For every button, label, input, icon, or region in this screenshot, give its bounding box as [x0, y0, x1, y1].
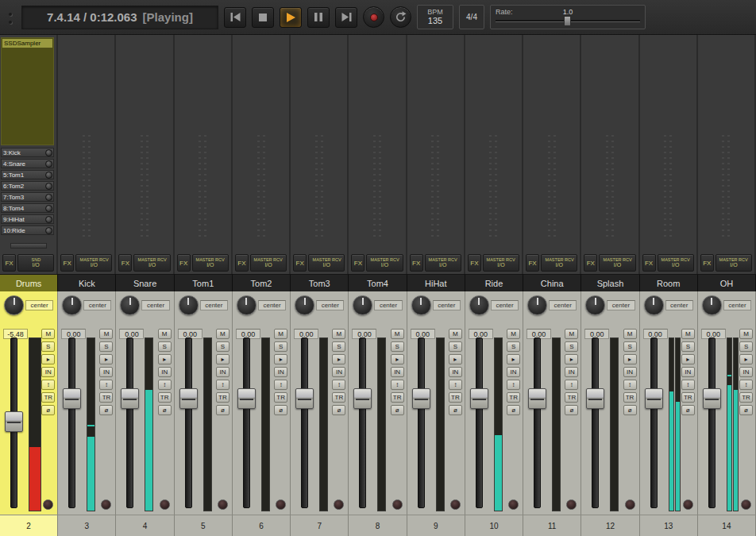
phase-button[interactable]: ø [565, 405, 578, 415]
panel-resize-handle[interactable] [10, 243, 47, 249]
solo-button[interactable]: S [623, 341, 637, 352]
phase-button[interactable]: ø [623, 405, 637, 415]
solo-button[interactable]: S [274, 341, 287, 352]
monitor-button[interactable]: ↕ [158, 380, 172, 390]
monitor-button[interactable]: ↕ [274, 380, 287, 390]
send-item[interactable]: 10:Ride [1, 226, 54, 235]
monitor-button[interactable]: ↕ [449, 380, 462, 390]
fader-handle[interactable] [586, 388, 604, 409]
io-button[interactable]: MASTER RCVI/O [716, 254, 752, 272]
track-name[interactable]: China [523, 274, 581, 291]
fx-button[interactable]: FX [584, 254, 597, 272]
trim-button[interactable]: TR [449, 392, 462, 403]
fader-handle[interactable] [412, 388, 430, 409]
trim-button[interactable]: TR [332, 392, 345, 403]
fx-button[interactable]: FX [177, 254, 191, 272]
fader-handle[interactable] [63, 388, 81, 409]
phase-button[interactable]: ø [332, 405, 345, 415]
send-knob[interactable] [45, 205, 52, 212]
record-arm-button[interactable] [160, 499, 170, 510]
input-button[interactable]: IN [449, 367, 462, 377]
fader-handle[interactable] [237, 388, 256, 409]
send-knob[interactable] [45, 194, 52, 201]
phase-button[interactable]: ø [391, 405, 404, 415]
monitor-button[interactable]: ↕ [99, 380, 113, 390]
record-arm-button[interactable] [334, 499, 344, 510]
fx-button[interactable]: FX [410, 254, 423, 272]
track-number[interactable]: 6 [233, 515, 291, 536]
record-arm-button[interactable] [276, 499, 286, 510]
send-item[interactable]: 3:Kick [1, 148, 54, 157]
go-to-start-button[interactable] [224, 7, 246, 28]
input-button[interactable]: IN [158, 367, 172, 377]
monitor-button[interactable]: ↕ [391, 380, 404, 390]
track-number[interactable]: 10 [465, 515, 523, 536]
track-number[interactable]: 8 [349, 515, 407, 536]
monitor-button[interactable]: ↕ [681, 380, 695, 390]
record-arm-button[interactable] [218, 499, 228, 510]
pan-knob[interactable] [179, 295, 199, 315]
trim-button[interactable]: TR [623, 392, 637, 403]
fx-button[interactable]: FX [351, 254, 364, 272]
record-arm-button[interactable] [43, 499, 53, 510]
phase-button[interactable]: ø [274, 405, 287, 415]
rate-slider[interactable] [496, 16, 640, 26]
env-button[interactable]: ▸ [41, 354, 55, 364]
monitor-button[interactable]: ↕ [332, 380, 345, 390]
pan-knob[interactable] [237, 295, 256, 315]
mute-button[interactable]: M [332, 329, 345, 339]
mute-button[interactable]: M [565, 329, 578, 339]
input-button[interactable]: IN [41, 367, 55, 377]
input-button[interactable]: IN [623, 367, 637, 377]
solo-button[interactable]: S [99, 341, 113, 352]
fx-button[interactable]: FX [526, 254, 539, 272]
pause-button[interactable] [307, 7, 330, 28]
track-name[interactable]: Tom2 [233, 274, 291, 291]
pan-knob[interactable] [120, 295, 140, 315]
input-button[interactable]: IN [507, 367, 520, 377]
io-button[interactable]: MASTER RCVI/O [308, 254, 345, 272]
pan-knob[interactable] [4, 295, 24, 315]
monitor-button[interactable]: ↕ [623, 380, 637, 390]
track-name[interactable]: HiHat [407, 274, 465, 291]
track-name[interactable]: Snare [116, 274, 174, 291]
track-name[interactable]: Tom3 [291, 274, 349, 291]
phase-button[interactable]: ø [158, 405, 172, 415]
mute-button[interactable]: M [99, 329, 113, 339]
track-number[interactable]: 13 [640, 515, 698, 536]
solo-button[interactable]: S [158, 341, 172, 352]
send-knob[interactable] [45, 227, 52, 234]
trim-button[interactable]: TR [216, 392, 230, 403]
trim-button[interactable]: TR [41, 392, 55, 403]
mute-button[interactable]: M [391, 329, 404, 339]
track-name[interactable]: Tom4 [349, 274, 407, 291]
fader-handle[interactable] [528, 388, 546, 409]
send-item[interactable]: 8:Tom4 [1, 203, 54, 213]
mute-button[interactable]: M [41, 329, 55, 339]
send-item[interactable]: 9:HiHat [1, 214, 54, 224]
env-button[interactable]: ▸ [332, 354, 345, 364]
fader-handle[interactable] [5, 411, 23, 432]
send-knob[interactable] [45, 149, 52, 156]
pan-knob[interactable] [702, 295, 722, 315]
record-arm-button[interactable] [566, 499, 577, 510]
pan-knob[interactable] [353, 295, 372, 315]
record-arm-button[interactable] [683, 499, 693, 510]
phase-button[interactable]: ø [507, 405, 520, 415]
fx-chain-item[interactable]: SSDSampler [2, 39, 52, 48]
solo-button[interactable]: S [41, 341, 55, 352]
play-button[interactable] [280, 7, 302, 28]
solo-button[interactable]: S [739, 341, 753, 352]
trim-button[interactable]: TR [274, 392, 287, 403]
env-button[interactable]: ▸ [449, 354, 462, 364]
env-button[interactable]: ▸ [565, 354, 578, 364]
track-number[interactable]: 3 [58, 515, 116, 536]
solo-button[interactable]: S [507, 341, 520, 352]
send-item[interactable]: 4:Snare [1, 159, 54, 168]
io-button[interactable]: MASTER RCVI/O [250, 254, 287, 272]
fx-button[interactable]: FX [642, 254, 656, 272]
pan-knob[interactable] [527, 295, 547, 315]
env-button[interactable]: ▸ [99, 354, 113, 364]
time-signature-box[interactable]: 4/4 [459, 5, 484, 29]
mute-button[interactable]: M [739, 329, 753, 339]
